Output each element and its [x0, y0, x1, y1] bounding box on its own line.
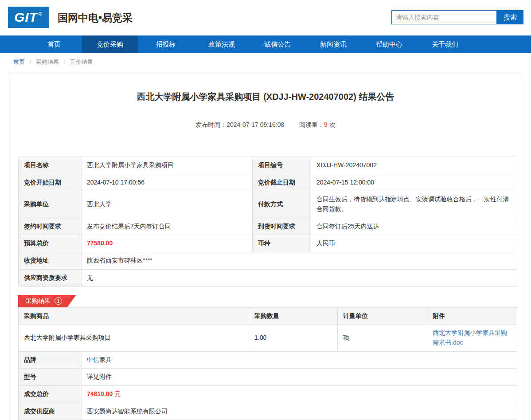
column-header: 采购商品 — [19, 307, 249, 325]
nav-item-news[interactable]: 新闻资讯 — [305, 35, 361, 53]
search-bar: 搜索 — [391, 10, 523, 24]
nav-item-about-us[interactable]: 关于我们 — [417, 35, 473, 53]
badge-label: 采购结果 — [26, 297, 51, 305]
badge-number-icon: 1 — [55, 297, 62, 305]
field-value: 西安爵尚达智能系统有限公司 — [82, 403, 517, 420]
table-row: 项目名称 西北大学附属小学家具采购项目 项目编号 XDJJ-HW-2024070… — [19, 157, 517, 174]
breadcrumb-purchase-results[interactable]: 采购结果 — [36, 59, 59, 65]
field-label: 供应商资质要求 — [19, 269, 82, 287]
field-label: 成交总价 — [19, 385, 82, 403]
field-label: 预算总价 — [19, 235, 82, 252]
field-value: 详见附件 — [82, 369, 517, 386]
column-header: 采购数量 — [249, 307, 338, 325]
site-logo[interactable]: GIT® — [8, 7, 49, 28]
nav-item-home[interactable]: 首页 — [26, 35, 82, 53]
search-input[interactable] — [391, 10, 497, 24]
table-row: 西北大学附属小学家具采购项目 1.00 项 西北大学附属小学家具采购需求书.do… — [19, 325, 517, 351]
page-title: 西北大学附属小学家具采购项目 (XDJJ-HW-202407002) 结果公告 — [9, 72, 522, 103]
deal-total-price: 74810.00 元 — [82, 385, 517, 403]
table-row: 成交总价 74810.00 元 — [19, 385, 517, 403]
field-value: 合同生效后，待货物到达指定地点、安装调试验收合格后，一次性付清合同货款。 — [311, 191, 517, 218]
field-label: 竞价截止日期 — [253, 174, 311, 191]
breadcrumb: 首页 / 采购结果 / 竞价结果 — [0, 53, 531, 71]
field-value: XDJJ-HW-202407002 — [311, 157, 517, 174]
field-label: 项目编号 — [253, 157, 311, 174]
field-label: 成交供应商 — [19, 403, 82, 420]
column-header: 附件 — [427, 307, 517, 325]
announcement-meta: 发布时间：2024-07-17 09:16:08 阅读量：9 次 — [9, 121, 522, 129]
field-value: 合同签订后25天内送达 — [311, 218, 517, 235]
attachment-link[interactable]: 西北大学附属小学家具采购需求书.doc — [433, 329, 507, 346]
field-value: 无 — [82, 269, 517, 287]
product-name: 西北大学附属小学家具采购项目 — [19, 325, 249, 351]
purchase-result-badge: 采购结果 1 — [18, 295, 76, 307]
field-label: 币种 — [253, 235, 311, 252]
budget-total-value: 77580.00 — [82, 235, 253, 252]
field-label: 付款方式 — [253, 191, 311, 218]
deal-detail-table: 品牌 中信家具 型号 详见附件 成交总价 74810.00 元 成交供应商 西安… — [18, 351, 517, 420]
publish-time: 发布时间：2024-07-17 09:16:08 — [195, 121, 284, 128]
nav-item-tenders[interactable]: 招投标 — [138, 35, 194, 53]
field-value: 陕西省西安市碑林区**** — [82, 252, 517, 270]
table-row: 采购单位 西北大学 付款方式 合同生效后，待货物到达指定地点、安装调试验收合格后… — [19, 191, 517, 218]
table-row: 成交供应商 西安爵尚达智能系统有限公司 — [19, 403, 517, 420]
table-row: 供应商资质要求 无 — [19, 269, 517, 287]
column-header: 计量单位 — [338, 307, 427, 325]
field-label: 项目名称 — [19, 157, 82, 174]
purchase-result-table: 采购商品 采购数量 计量单位 附件 西北大学附属小学家具采购项目 1.00 项 … — [18, 307, 517, 352]
search-button[interactable]: 搜索 — [497, 10, 523, 24]
field-label: 采购单位 — [19, 191, 82, 218]
announcement-card: 西北大学附属小学家具采购项目 (XDJJ-HW-202407002) 结果公告 … — [9, 72, 522, 420]
field-label: 签约时间要求 — [19, 218, 82, 235]
field-label: 型号 — [19, 369, 82, 386]
nav-item-bidding-purchase[interactable]: 竞价采购 — [82, 35, 138, 53]
project-info-table: 项目名称 西北大学附属小学家具采购项目 项目编号 XDJJ-HW-2024070… — [18, 157, 517, 287]
table-row: 预算总价 77580.00 币种 人民币 — [19, 235, 517, 252]
table-row: 收货地址 陕西省西安市碑林区**** — [19, 252, 517, 270]
field-value: 西北大学附属小学家具采购项目 — [82, 157, 253, 174]
view-count: 阅读量：9 次 — [299, 121, 336, 128]
site-title: 国网中电•易竞采 — [58, 11, 133, 25]
field-value: 2024-07-10 17:00:56 — [82, 174, 253, 191]
field-value: 中信家具 — [82, 351, 517, 369]
nav-item-integrity-notices[interactable]: 诚信公告 — [250, 35, 305, 53]
attachment-cell: 西北大学附属小学家具采购需求书.doc — [427, 325, 517, 351]
field-value: 西北大学 — [82, 191, 253, 218]
field-value: 人民币 — [311, 235, 517, 252]
nav-item-help-center[interactable]: 帮助中心 — [361, 35, 417, 53]
logo-text: GIT — [14, 10, 38, 25]
table-row: 型号 详见附件 — [19, 369, 517, 386]
field-label: 收货地址 — [19, 252, 82, 270]
breadcrumb-separator: / — [64, 59, 66, 65]
breadcrumb-home[interactable]: 首页 — [13, 59, 25, 65]
breadcrumb-separator: / — [30, 59, 31, 65]
purchase-quantity: 1.00 — [249, 325, 338, 351]
result-badge-row: 采购结果 1 — [18, 295, 513, 307]
table-row: 品牌 中信家具 — [19, 351, 517, 369]
table-row: 签约时间要求 发布竞价结果后7天内签订合同 到货时间要求 合同签订后25天内送达 — [19, 218, 517, 235]
breadcrumb-bidding-results[interactable]: 竞价结果 — [70, 59, 93, 65]
field-label: 品牌 — [19, 351, 82, 369]
field-value: 2024-07-15 12:00:00 — [311, 174, 517, 191]
main-nav: 首页 竞价采购 招投标 政策法规 诚信公告 新闻资讯 帮助中心 关于我们 — [0, 35, 531, 53]
registered-trademark-icon: ® — [39, 11, 43, 16]
site-header: GIT® 国网中电•易竞采 搜索 — [0, 0, 531, 35]
nav-item-policies[interactable]: 政策法规 — [194, 35, 250, 53]
unit-of-measure: 项 — [338, 325, 427, 351]
table-row: 竞价开始日期 2024-07-10 17:00:56 竞价截止日期 2024-0… — [19, 174, 517, 191]
field-value: 发布竞价结果后7天内签订合同 — [82, 218, 253, 235]
field-label: 到货时间要求 — [253, 218, 311, 235]
table-header-row: 采购商品 采购数量 计量单位 附件 — [19, 307, 517, 325]
view-count-number: 9 — [324, 121, 328, 128]
field-label: 竞价开始日期 — [19, 174, 82, 191]
